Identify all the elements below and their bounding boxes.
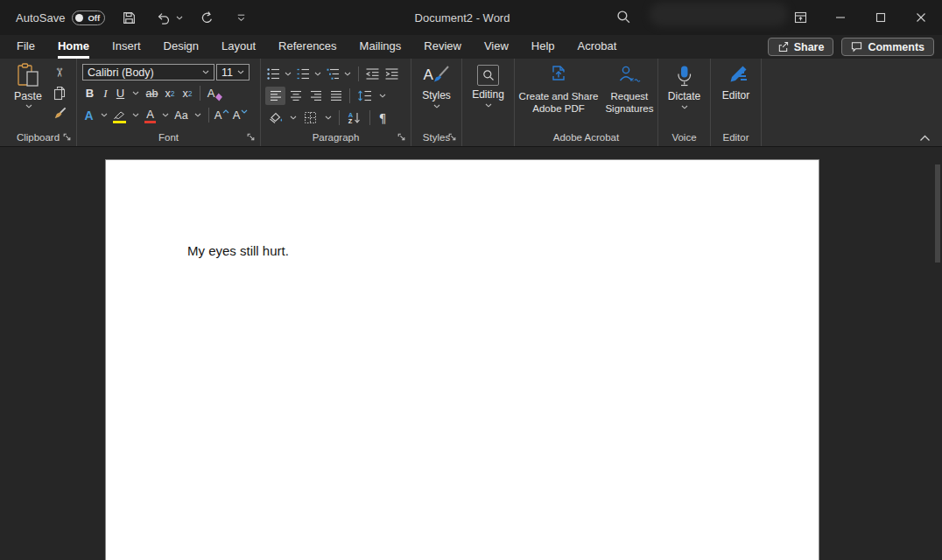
- multilevel-dropdown-button[interactable]: [340, 65, 355, 83]
- align-left-button[interactable]: [265, 87, 285, 105]
- group-adobe-acrobat: Create and Share Adobe PDF Request: [515, 59, 658, 146]
- styles-button[interactable]: A Styles: [411, 59, 461, 129]
- tab-acrobat[interactable]: Acrobat: [566, 35, 629, 59]
- text-effects-dropdown-button[interactable]: [96, 106, 111, 124]
- format-painter-button[interactable]: [50, 105, 69, 121]
- maximize-icon: [875, 12, 886, 23]
- font-color-button[interactable]: A: [143, 106, 158, 124]
- justify-icon: [330, 90, 342, 102]
- create-share-pdf-button[interactable]: Create and Share Adobe PDF: [519, 65, 599, 129]
- superscript-digit: 2: [188, 89, 193, 98]
- change-case-dropdown-button[interactable]: [190, 106, 205, 124]
- text-highlight-button[interactable]: [111, 106, 128, 124]
- paste-icon: [16, 62, 40, 88]
- show-formatting-marks-button[interactable]: ¶: [374, 108, 391, 127]
- strikethrough-button[interactable]: ab: [143, 84, 161, 102]
- font-dialog-launcher[interactable]: [246, 132, 256, 142]
- collapse-ribbon-button[interactable]: [919, 135, 931, 142]
- increase-indent-button[interactable]: [382, 65, 401, 83]
- shading-dropdown-button[interactable]: [285, 108, 300, 127]
- numbering-button[interactable]: [295, 65, 310, 83]
- maximize-button[interactable]: [861, 0, 901, 35]
- paragraph-dialog-launcher[interactable]: [397, 132, 406, 142]
- undo-button[interactable]: [152, 6, 173, 29]
- bold-button[interactable]: B: [81, 84, 98, 102]
- save-button[interactable]: [118, 6, 139, 29]
- bullets-dropdown-button[interactable]: [280, 65, 295, 83]
- tab-file[interactable]: File: [5, 35, 46, 59]
- font-color-dropdown-button[interactable]: [158, 106, 172, 124]
- document-canvas-area: My eyes still hurt.: [0, 147, 942, 560]
- italic-button[interactable]: I: [98, 84, 113, 102]
- word-window: AutoSave Off: [0, 0, 942, 560]
- group-paragraph: A Z ¶ Paragraph: [261, 59, 411, 146]
- ribbon-empty-area: [762, 59, 942, 146]
- justify-button[interactable]: [326, 87, 346, 105]
- clear-formatting-letter: A: [207, 87, 215, 100]
- editing-button[interactable]: Editing: [462, 59, 514, 129]
- ribbon-display-options-icon: [794, 11, 807, 24]
- tab-insert[interactable]: Insert: [101, 35, 152, 59]
- copy-icon: [53, 86, 67, 101]
- font-size-combobox[interactable]: 11: [216, 64, 250, 80]
- window-title: Document2 - Word: [415, 11, 510, 24]
- redo-button[interactable]: [196, 6, 217, 29]
- tab-mailings[interactable]: Mailings: [348, 35, 413, 59]
- text-highlight-dropdown-button[interactable]: [128, 106, 143, 124]
- tab-home[interactable]: Home: [46, 35, 101, 59]
- underline-dropdown-button[interactable]: [128, 84, 143, 102]
- tab-references[interactable]: References: [267, 35, 348, 59]
- decrease-indent-button[interactable]: [362, 65, 382, 83]
- cut-button[interactable]: ✂: [50, 65, 69, 80]
- line-spacing-button[interactable]: [354, 87, 375, 105]
- editor-button[interactable]: Editor: [711, 59, 761, 129]
- tab-help[interactable]: Help: [520, 35, 566, 59]
- customize-quick-access-button[interactable]: [230, 6, 251, 29]
- line-spacing-dropdown-button[interactable]: [375, 87, 390, 105]
- document-page[interactable]: My eyes still hurt.: [105, 159, 819, 560]
- request-signatures-button[interactable]: Request Signatures: [605, 65, 653, 129]
- ribbon-display-options-button[interactable]: [780, 0, 820, 35]
- vertical-scrollbar[interactable]: [934, 159, 941, 553]
- autosave-control: AutoSave Off: [16, 10, 105, 25]
- bullets-button[interactable]: [265, 65, 280, 83]
- subscript-button[interactable]: x2: [161, 84, 179, 102]
- underline-button[interactable]: U: [113, 84, 128, 102]
- scrollbar-thumb[interactable]: [935, 164, 940, 262]
- paste-button[interactable]: Paste: [8, 62, 48, 129]
- borders-dropdown-button[interactable]: [320, 108, 335, 127]
- editing-icon: [477, 65, 499, 86]
- tab-layout[interactable]: Layout: [210, 35, 267, 59]
- editing-dropdown-icon: [485, 103, 492, 108]
- close-button[interactable]: [901, 0, 941, 35]
- ribbon-home: Paste ✂: [0, 59, 942, 147]
- sort-button[interactable]: A Z: [343, 108, 366, 127]
- minimize-button[interactable]: [820, 0, 861, 35]
- comments-button[interactable]: Comments: [841, 38, 934, 56]
- autosave-toggle[interactable]: Off: [72, 10, 105, 25]
- search-button[interactable]: [615, 9, 635, 26]
- grow-font-button[interactable]: A: [213, 106, 231, 124]
- tab-view[interactable]: View: [473, 35, 520, 59]
- shading-button[interactable]: [265, 108, 285, 127]
- dictate-button[interactable]: Dictate: [658, 59, 710, 129]
- text-effects-button[interactable]: A: [81, 106, 96, 124]
- clipboard-dialog-launcher[interactable]: [62, 132, 72, 142]
- copy-button[interactable]: [50, 85, 69, 101]
- clear-formatting-button[interactable]: A: [204, 84, 225, 102]
- document-body-text[interactable]: My eyes still hurt.: [106, 160, 819, 258]
- multilevel-list-button[interactable]: [325, 65, 340, 83]
- share-button[interactable]: Share: [768, 38, 834, 56]
- change-case-button[interactable]: Aa: [172, 106, 190, 124]
- undo-dropdown-button[interactable]: [175, 16, 183, 20]
- font-name-combobox[interactable]: Calibri (Body): [82, 64, 214, 80]
- tab-design[interactable]: Design: [152, 35, 210, 59]
- shrink-font-button[interactable]: A: [231, 106, 250, 124]
- numbering-dropdown-button[interactable]: [310, 65, 325, 83]
- tab-review[interactable]: Review: [412, 35, 473, 59]
- superscript-button[interactable]: x2: [179, 84, 196, 102]
- align-right-button[interactable]: [306, 87, 326, 105]
- borders-button[interactable]: [300, 108, 320, 127]
- styles-dialog-launcher[interactable]: [447, 132, 457, 142]
- align-center-button[interactable]: [285, 87, 306, 105]
